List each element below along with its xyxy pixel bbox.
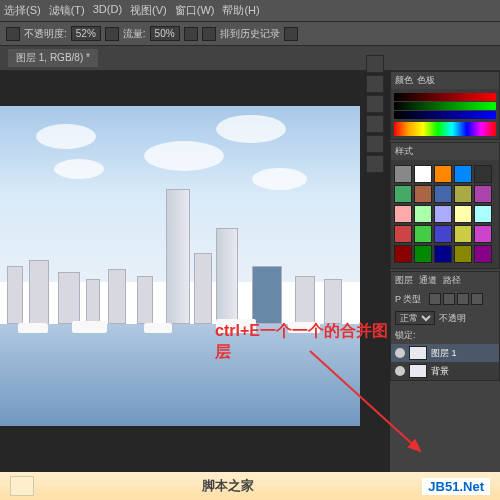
panel-icon-1[interactable] — [366, 55, 384, 73]
b-slider[interactable] — [394, 111, 496, 119]
g-slider[interactable] — [394, 102, 496, 110]
document-tabs: 图层 1, RGB/8) * — [0, 46, 500, 71]
styles-panel: 样式 — [390, 142, 500, 269]
style-item[interactable] — [394, 185, 412, 203]
r-slider[interactable] — [394, 93, 496, 101]
style-item[interactable] — [414, 205, 432, 223]
opacity-value[interactable]: 52% — [71, 26, 101, 41]
style-item[interactable] — [474, 165, 492, 183]
style-item[interactable] — [414, 225, 432, 243]
filter-icon[interactable] — [471, 293, 483, 305]
panel-icon-2[interactable] — [366, 75, 384, 93]
tablet-icon[interactable] — [284, 27, 298, 41]
layer-opacity-label: 不透明 — [439, 312, 466, 325]
style-item[interactable] — [394, 225, 412, 243]
workspace: ctrl+E一个一个的合并图层 颜色 色板 样式 — [0, 71, 500, 500]
menu-window[interactable]: 窗口(W) — [175, 3, 215, 18]
tab-color[interactable]: 颜色 — [395, 74, 413, 87]
style-item[interactable] — [414, 245, 432, 263]
tab-paths[interactable]: 路径 — [443, 274, 461, 287]
style-item[interactable] — [394, 245, 412, 263]
menu-filter[interactable]: 滤镜(T) — [49, 3, 85, 18]
style-item[interactable] — [454, 185, 472, 203]
tab-styles[interactable]: 样式 — [395, 145, 413, 158]
panel-icon-6[interactable] — [366, 155, 384, 173]
menu-select[interactable]: 选择(S) — [4, 3, 41, 18]
history-label: 排到历史记录 — [220, 27, 280, 41]
style-item[interactable] — [414, 165, 432, 183]
filter-icon[interactable] — [457, 293, 469, 305]
flow-label: 流量: — [123, 27, 146, 41]
style-item[interactable] — [454, 165, 472, 183]
options-toolbar: 不透明度: 52% 流量: 50% 排到历史记录 — [0, 22, 500, 46]
style-item[interactable] — [394, 165, 412, 183]
panel-icon-5[interactable] — [366, 135, 384, 153]
svg-line-1 — [310, 351, 420, 451]
flow-value[interactable]: 50% — [150, 26, 180, 41]
style-item[interactable] — [454, 245, 472, 263]
airbrush-icon[interactable] — [184, 27, 198, 41]
panel-icon-3[interactable] — [366, 95, 384, 113]
tab-layers[interactable]: 图层 — [395, 274, 413, 287]
annotation-arrow — [300, 341, 440, 481]
style-item[interactable] — [474, 225, 492, 243]
menubar: 选择(S) 滤镜(T) 3D(D) 视图(V) 窗口(W) 帮助(H) — [0, 0, 500, 22]
tab-channels[interactable]: 通道 — [419, 274, 437, 287]
menu-view[interactable]: 视图(V) — [130, 3, 167, 18]
layer-filter-label: P 类型 — [395, 293, 421, 306]
menu-3d[interactable]: 3D(D) — [93, 3, 122, 18]
style-item[interactable] — [454, 225, 472, 243]
footer-brand: 脚本之家 — [202, 477, 254, 495]
pressure-icon[interactable] — [105, 27, 119, 41]
style-item[interactable] — [434, 245, 452, 263]
filter-icon[interactable] — [429, 293, 441, 305]
style-item[interactable] — [434, 205, 452, 223]
style-item[interactable] — [474, 185, 492, 203]
style-item[interactable] — [434, 165, 452, 183]
color-panel: 颜色 色板 — [390, 71, 500, 140]
style-item[interactable] — [454, 205, 472, 223]
panel-icon-4[interactable] — [366, 115, 384, 133]
blend-mode-select[interactable]: 正常 — [395, 311, 435, 325]
style-item[interactable] — [394, 205, 412, 223]
style-item[interactable] — [474, 205, 492, 223]
hue-strip[interactable] — [394, 122, 496, 136]
collapsed-panel-icons — [366, 55, 388, 173]
filter-icon[interactable] — [443, 293, 455, 305]
style-item[interactable] — [474, 245, 492, 263]
opacity-label: 不透明度: — [24, 27, 67, 41]
brush-preset-icon[interactable] — [6, 27, 20, 41]
style-item[interactable] — [414, 185, 432, 203]
canvas-area: ctrl+E一个一个的合并图层 — [0, 71, 390, 500]
document-tab[interactable]: 图层 1, RGB/8) * — [8, 49, 98, 67]
style-item[interactable] — [434, 225, 452, 243]
history-icon[interactable] — [202, 27, 216, 41]
tab-swatches[interactable]: 色板 — [417, 74, 435, 87]
menu-help[interactable]: 帮助(H) — [222, 3, 259, 18]
style-item[interactable] — [434, 185, 452, 203]
